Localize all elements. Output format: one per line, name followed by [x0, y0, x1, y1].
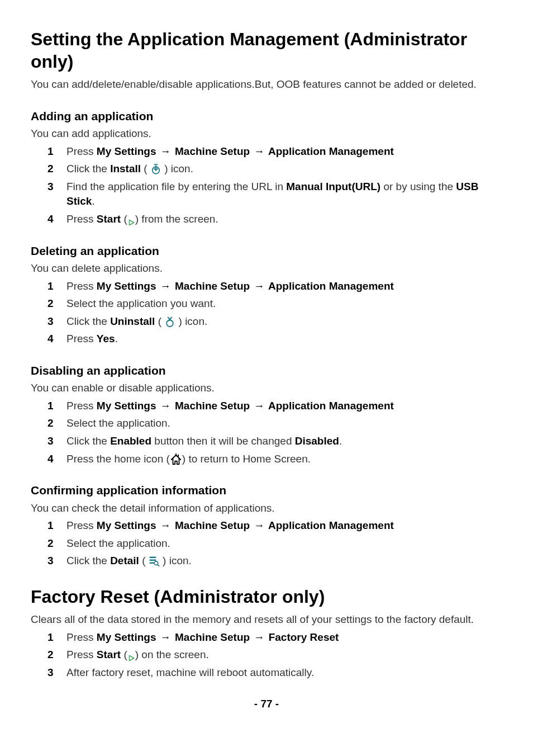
heading-app-management: Setting the Application Management (Admi…: [31, 28, 502, 73]
list-item: Press Start () on the screen.: [58, 648, 502, 663]
list-item: Click the Enabled button then it will be…: [58, 434, 502, 449]
list-item: After factory reset, machine will reboot…: [58, 665, 502, 681]
arrow-icon: →: [159, 519, 172, 531]
arrow-icon: →: [253, 145, 265, 157]
start-icon: [127, 216, 135, 224]
arrow-icon: →: [253, 519, 265, 531]
intro-app-management: You can add/delete/enable/disable applic…: [31, 77, 502, 92]
svg-rect-2: [149, 557, 156, 559]
list-item: Click the Install ( ) icon.: [58, 162, 502, 177]
heading-deleting: Deleting an application: [31, 243, 502, 259]
list-item: Select the application you want.: [58, 296, 502, 311]
install-icon: [150, 163, 161, 174]
list-item: Find the application file by entering th…: [58, 179, 502, 209]
list-item: Press Start () from the screen.: [58, 212, 502, 227]
page-number: - 77 -: [31, 697, 502, 712]
steps-deleting: Press My Settings → Machine Setup → Appl…: [31, 279, 502, 347]
list-item: Select the application.: [58, 536, 502, 551]
list-item: Press the home icon () to return to Home…: [58, 452, 502, 467]
arrow-icon: →: [159, 631, 172, 643]
intro-confirming: You can check the detail information of …: [31, 501, 502, 516]
start-icon: [127, 651, 135, 659]
arrow-icon: →: [159, 145, 172, 157]
detail-icon: [149, 555, 160, 566]
list-item: Press My Settings → Machine Setup → Appl…: [58, 279, 502, 294]
home-icon: [170, 453, 182, 465]
list-item: Select the application.: [58, 416, 502, 431]
list-item: Click the Uninstall ( ) icon.: [58, 314, 502, 329]
svg-rect-3: [149, 560, 156, 561]
list-item: Press My Settings → Machine Setup → Appl…: [58, 144, 502, 159]
steps-disabling: Press My Settings → Machine Setup → Appl…: [31, 399, 502, 466]
steps-factory: Press My Settings → Machine Setup → Fact…: [31, 630, 502, 681]
list-item: Click the Detail ( ) icon.: [58, 554, 502, 569]
arrow-icon: →: [253, 400, 265, 412]
uninstall-icon: [164, 316, 175, 327]
intro-adding: You can add applications.: [31, 126, 502, 141]
arrow-icon: →: [159, 400, 172, 412]
arrow-icon: →: [253, 631, 265, 643]
heading-adding: Adding an application: [31, 108, 502, 124]
intro-disabling: You can enable or disable applications.: [31, 381, 502, 396]
arrow-icon: →: [159, 280, 172, 292]
heading-factory-reset: Factory Reset (Administrator only): [31, 585, 502, 608]
arrow-icon: →: [253, 280, 265, 292]
svg-rect-4: [149, 563, 154, 564]
intro-factory-reset: Clears all of the data stored in the mem…: [31, 612, 502, 627]
list-item: Press My Settings → Machine Setup → Fact…: [58, 630, 502, 645]
list-item: Press My Settings → Machine Setup → Appl…: [58, 518, 502, 533]
intro-deleting: You can delete applications.: [31, 261, 502, 276]
list-item: Press My Settings → Machine Setup → Appl…: [58, 399, 502, 414]
list-item: Press Yes.: [58, 332, 502, 347]
steps-confirming: Press My Settings → Machine Setup → Appl…: [31, 518, 502, 569]
heading-disabling: Disabling an application: [31, 362, 502, 379]
heading-confirming: Confirming application information: [31, 482, 502, 498]
steps-adding: Press My Settings → Machine Setup → Appl…: [31, 144, 502, 227]
